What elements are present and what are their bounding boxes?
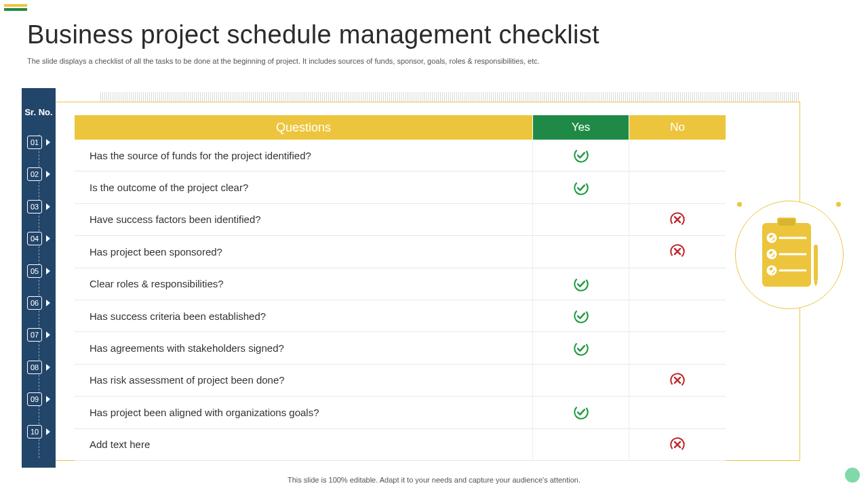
hatch-strip	[100, 92, 799, 102]
question-cell: Has success criteria been established?	[75, 300, 533, 331]
question-cell: Has project been sponsored?	[75, 236, 533, 267]
accent-bar-gold	[4, 4, 27, 7]
no-cell	[629, 171, 726, 203]
accent-bar-green	[4, 8, 27, 11]
yes-cell	[533, 204, 629, 235]
chevron-right-icon	[46, 235, 50, 242]
page-subtitle: The slide displays a checklist of all th…	[27, 57, 540, 65]
checklist-table: Questions Yes No Has the source of funds…	[75, 115, 726, 461]
table-row: Have success factors been identified?	[75, 204, 726, 236]
yes-cell	[533, 396, 629, 428]
chevron-right-icon	[46, 428, 50, 435]
no-cell	[629, 365, 726, 396]
no-cell	[629, 429, 726, 460]
question-cell: Is the outcome of the project clear?	[75, 171, 533, 203]
question-cell: Have success factors been identified?	[75, 204, 533, 235]
rail-number: 09	[27, 392, 42, 406]
chevron-right-icon	[46, 300, 50, 306]
table-header: Questions Yes No	[75, 115, 726, 140]
chevron-right-icon	[46, 396, 50, 403]
page-title: Business project schedule management che…	[27, 20, 599, 49]
no-cell	[629, 236, 726, 267]
table-row: Clear roles & responsibilities?	[75, 268, 726, 300]
question-cell: Has project been aligned with organizati…	[75, 396, 533, 428]
rail-number: 01	[27, 136, 42, 149]
yes-cell	[533, 429, 629, 460]
footnote: This slide is 100% editable. Adapt it to…	[0, 476, 868, 484]
no-cell	[629, 396, 726, 428]
rail-number: 05	[27, 264, 42, 278]
chevron-right-icon	[46, 268, 50, 274]
rail-number: 07	[27, 328, 42, 342]
rail-number: 08	[27, 361, 42, 374]
header-no: No	[629, 115, 726, 140]
svg-rect-12	[778, 219, 795, 226]
header-questions: Questions	[75, 115, 533, 140]
no-cell	[629, 268, 726, 300]
no-cell	[629, 300, 726, 331]
table-row: Has success criteria been established?	[75, 300, 726, 332]
clipboard-icon	[757, 218, 822, 292]
header-yes: Yes	[533, 115, 629, 140]
svg-marker-20	[814, 281, 818, 287]
arc-dot	[836, 202, 841, 207]
question-cell: Has agreements with stakeholders signed?	[75, 332, 533, 363]
chevron-right-icon	[46, 364, 50, 371]
yes-cell	[533, 332, 629, 363]
question-cell: Clear roles & responsibilities?	[75, 268, 533, 300]
srno-label: Sr. No.	[22, 107, 56, 117]
yes-cell	[533, 171, 629, 203]
table-row: Has agreements with stakeholders signed?	[75, 332, 726, 364]
rail-number: 03	[27, 200, 42, 214]
question-cell: Has risk assessment of project been done…	[75, 365, 533, 396]
page-indicator-dot	[845, 468, 860, 483]
table-row: Is the outcome of the project clear?	[75, 171, 726, 203]
yes-cell	[533, 300, 629, 331]
question-cell: Add text here	[75, 429, 533, 460]
arc-dot	[737, 202, 742, 207]
clipboard-badge	[735, 201, 844, 309]
svg-rect-19	[814, 245, 818, 281]
left-rail: Sr. No. 01 02 03 04 05 06 07 08 09 10	[22, 88, 56, 468]
no-cell	[629, 204, 726, 235]
yes-cell	[533, 268, 629, 300]
table-row: Has the source of funds for the project …	[75, 140, 726, 171]
chevron-right-icon	[46, 139, 50, 146]
yes-cell	[533, 236, 629, 267]
chevron-right-icon	[46, 203, 50, 210]
table-row: Has project been aligned with organizati…	[75, 396, 726, 428]
no-cell	[629, 140, 726, 171]
chevron-right-icon	[46, 331, 50, 338]
no-cell	[629, 332, 726, 363]
chevron-right-icon	[46, 171, 50, 178]
table-row: Add text here	[75, 429, 726, 461]
table-row: Has risk assessment of project been done…	[75, 365, 726, 396]
yes-cell	[533, 365, 629, 396]
rail-number: 06	[27, 296, 42, 310]
accent-stripes	[4, 4, 27, 11]
yes-cell	[533, 140, 629, 171]
rail-number: 04	[27, 232, 42, 245]
table-row: Has project been sponsored?	[75, 236, 726, 268]
rail-number: 10	[27, 425, 42, 439]
rail-number: 02	[27, 167, 42, 181]
question-cell: Has the source of funds for the project …	[75, 140, 533, 171]
